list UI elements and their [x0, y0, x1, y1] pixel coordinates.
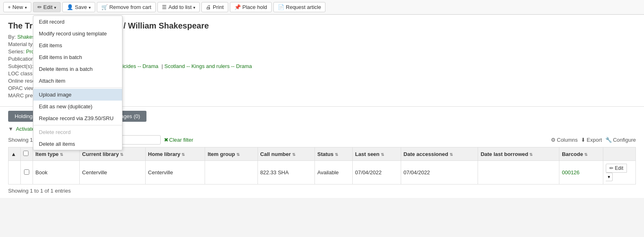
sort-arrows-home_library[interactable]: ⇅	[181, 152, 185, 157]
request-article-button[interactable]: 📄 Request article	[273, 2, 326, 12]
edit-caret	[54, 4, 56, 10]
menu-item-delete-items-batch[interactable]: Delete items in a batch	[33, 63, 122, 75]
cell-item_type: Book	[33, 161, 80, 184]
col-call_number[interactable]: Call number⇅	[258, 147, 314, 161]
col-checkbox[interactable]	[21, 147, 33, 161]
print-button[interactable]: 🖨 Print	[201, 2, 228, 12]
export-button[interactable]: ⬇ Export	[581, 137, 602, 143]
menu-item-edit-items-batch[interactable]: Edit items in batch	[33, 51, 122, 63]
add-to-list-button[interactable]: ☰ Add to list	[157, 2, 200, 12]
row-edit-split-button[interactable]: ▾	[606, 173, 613, 181]
col-last_seen[interactable]: Last seen⇅	[352, 147, 401, 161]
article-icon: 📄	[278, 4, 284, 10]
new-button[interactable]: + New	[3, 2, 31, 12]
menu-item-edit-items[interactable]: Edit items	[33, 40, 122, 51]
download-icon: ⬇	[581, 137, 585, 143]
sort-arrows-item_type[interactable]: ⇅	[60, 152, 63, 157]
table-body: BookCentervilleCenterville822.33 SHAAvai…	[9, 161, 636, 184]
columns-button[interactable]: ⚙ Columns	[551, 137, 578, 143]
row-checkbox[interactable]	[24, 169, 29, 175]
cell-call_number: 822.33 SHA	[258, 161, 314, 184]
cell-checkbox	[21, 161, 33, 184]
new-caret	[25, 4, 27, 10]
menu-item-replace-record[interactable]: Replace record via Z39.50/SRU	[33, 112, 122, 124]
col-item_group[interactable]: Item group⇅	[205, 147, 258, 161]
user-icon: 👤	[67, 4, 73, 10]
col-date_last_borrowed[interactable]: Date last borrowed⇅	[478, 147, 559, 161]
cart-icon: 🛒	[101, 4, 108, 10]
col-date_accessioned[interactable]: Date accessioned⇅	[401, 147, 478, 161]
configure-button[interactable]: 🔧 Configure	[605, 137, 636, 143]
col-label-call_number: Call number	[260, 151, 291, 157]
cell-home_library: Centerville	[145, 161, 205, 184]
plus-icon: +	[8, 4, 11, 10]
save-caret	[89, 4, 91, 10]
pencil-row-icon: ✏	[609, 165, 613, 171]
list-icon: ☰	[162, 4, 167, 10]
cell-actions: ✏ Edit ▾	[603, 161, 636, 184]
print-icon: 🖨	[206, 4, 211, 10]
sort-arrows-date_accessioned[interactable]: ⇅	[450, 152, 453, 157]
place-hold-button[interactable]: 📌 Place hold	[230, 2, 272, 12]
clear-filter-link[interactable]: ✖ Clear filter	[164, 137, 193, 143]
col-label-barcode: Barcode	[562, 151, 583, 157]
save-label: Save	[75, 4, 87, 10]
menu-item-edit-as-new[interactable]: Edit as new (duplicate)	[33, 101, 122, 112]
add-to-list-caret	[193, 4, 195, 10]
sort-arrows-current_library[interactable]: ⇅	[120, 152, 123, 157]
col-sort[interactable]: ▲	[9, 147, 21, 161]
col-label-status: Status	[317, 151, 334, 157]
add-to-list-label: Add to list	[168, 4, 192, 10]
col-label-current_library: Current library	[82, 151, 119, 157]
barcode-link[interactable]: 000126	[562, 169, 579, 176]
sort-arrows-call_number[interactable]: ⇅	[292, 152, 295, 157]
menu-item-modify-template[interactable]: Modify record using template	[33, 28, 122, 40]
wrench-icon: 🔧	[605, 137, 612, 143]
sort-header-icon: ▲	[11, 151, 16, 157]
showing-bottom: Showing 1 to 1 of 1 entries	[8, 188, 636, 194]
remove-from-cart-label: Remove from cart	[109, 4, 151, 10]
columns-label: Columns	[557, 137, 578, 143]
menu-item-upload-image[interactable]: Upload image	[33, 89, 122, 101]
new-dropdown[interactable]: + New	[3, 2, 31, 12]
cell-status: Available	[314, 161, 352, 184]
add-to-list-dropdown[interactable]: ☰ Add to list	[157, 2, 200, 12]
menu-item-delete-all-items[interactable]: Delete all items	[33, 138, 122, 150]
cell-item_group	[205, 161, 258, 184]
sort-arrows-barcode[interactable]: ⇅	[584, 152, 587, 157]
export-label: Export	[587, 137, 602, 143]
col-actions[interactable]	[603, 147, 636, 161]
edit-label: Edit	[44, 4, 52, 10]
pencil-icon: ✏	[37, 4, 42, 10]
filter-icon: ▼	[8, 126, 13, 132]
new-label: New	[13, 4, 23, 10]
cell-barcode: 000126	[559, 161, 603, 184]
col-label-item_type: Item type	[35, 151, 59, 157]
sort-arrows-date_last_borrowed[interactable]: ⇅	[529, 152, 533, 157]
cell-current_library: Centerville	[79, 161, 145, 184]
col-home_library[interactable]: Home library⇅	[145, 147, 205, 161]
gear-icon: ⚙	[551, 137, 556, 143]
col-status[interactable]: Status⇅	[314, 147, 352, 161]
save-dropdown[interactable]: 👤 Save	[62, 2, 95, 12]
edit-button[interactable]: ✏ Edit	[33, 2, 61, 12]
configure-label: Configure	[613, 137, 636, 143]
col-label-last_seen: Last seen	[355, 151, 380, 157]
save-button[interactable]: 👤 Save	[62, 2, 95, 12]
menu-item-delete-record: Delete record	[33, 126, 122, 138]
items-table: ▲Item type⇅Current library⇅Home library⇅…	[8, 147, 636, 184]
remove-from-cart-button[interactable]: 🛒 Remove from cart	[97, 2, 156, 12]
request-article-label: Request article	[286, 4, 321, 10]
x-clear-icon: ✖	[164, 137, 168, 143]
col-label-item_group: Item group	[207, 151, 235, 157]
menu-item-edit-record[interactable]: Edit record	[33, 16, 122, 28]
print-label: Print	[213, 4, 224, 10]
select-all-checkbox[interactable]	[23, 151, 28, 156]
col-barcode[interactable]: Barcode⇅	[559, 147, 603, 161]
sort-arrows-status[interactable]: ⇅	[335, 152, 338, 157]
sort-arrows-item_group[interactable]: ⇅	[236, 152, 240, 157]
sort-arrows-last_seen[interactable]: ⇅	[381, 152, 384, 157]
menu-item-attach-item[interactable]: Attach item	[33, 75, 122, 87]
row-edit-button[interactable]: ✏ Edit	[606, 164, 627, 173]
edit-dropdown-menu: Edit recordModify record using templateE…	[33, 15, 122, 150]
